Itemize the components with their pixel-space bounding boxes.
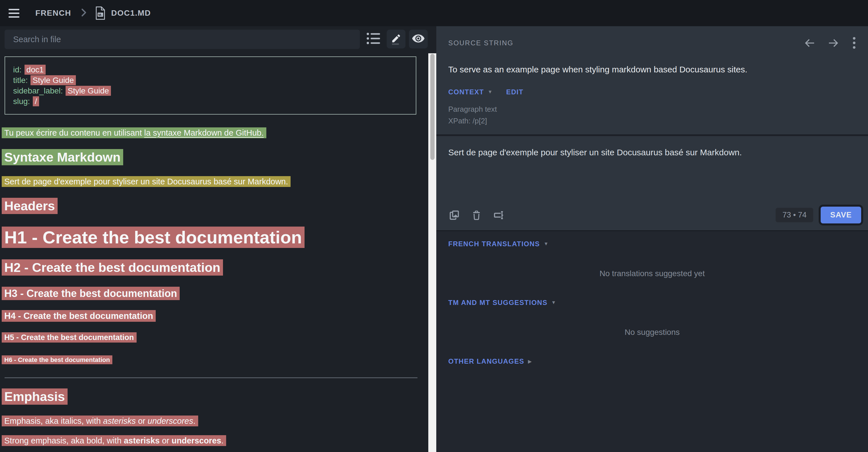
heading-h2: Syntaxe Markdown <box>2 149 424 166</box>
source-string[interactable]: Style Guide <box>66 86 111 96</box>
character-counter: 73 • 74 <box>776 208 813 222</box>
french-translations-toggle[interactable]: FRENCH TRANSLATIONS ▼ <box>448 240 868 248</box>
frontmatter-row: sidebar_label:Style Guide <box>13 86 410 96</box>
breadcrumb-file[interactable]: DOC1.MD <box>111 8 151 18</box>
source-string[interactable]: H4 - Create the best documentation <box>2 310 156 322</box>
frontmatter-key: title: <box>13 76 28 85</box>
source-string[interactable]: H5 - Create the best documentation <box>2 332 136 343</box>
source-string[interactable]: Strong emphasis, aka bold, with asterisk… <box>2 435 226 446</box>
paragraph: Emphasis, aka italics, with asterisks or… <box>2 415 424 427</box>
heading-h2: Headers <box>2 198 424 214</box>
scrollbar-thumb[interactable] <box>430 54 435 160</box>
next-string-icon[interactable] <box>828 38 839 49</box>
source-string[interactable]: Emphasis, aka italics, with asterisks or… <box>2 416 198 426</box>
translation-panel: SOURCE STRING To serve as an example pag… <box>436 26 868 452</box>
source-string[interactable]: H6 - Create the best documentation <box>2 355 112 364</box>
other-languages-toggle[interactable]: OTHER LANGUAGES ▶ <box>448 357 868 365</box>
frontmatter-key: sidebar_label: <box>13 86 63 95</box>
scrollbar[interactable] <box>428 53 436 452</box>
collapsed-triangle-icon: ▶ <box>528 358 532 364</box>
paragraph: Strong emphasis, aka bold, with asterisk… <box>2 435 424 447</box>
source-string-translated[interactable]: Syntaxe Markdown <box>2 149 123 165</box>
frontmatter-box: id:doc1 title:Style Guide sidebar_label:… <box>5 57 416 115</box>
source-string[interactable]: Style Guide <box>31 75 76 85</box>
preview-mode-button[interactable] <box>409 30 428 49</box>
horizontal-rule <box>5 377 417 378</box>
dropdown-triangle-icon: ▼ <box>551 300 556 305</box>
heading-h1: H1 - Create the best documentation <box>2 226 424 249</box>
frontmatter-row: slug:/ <box>13 96 410 106</box>
breadcrumb-chevron-icon <box>81 8 87 18</box>
source-string-label: SOURCE STRING <box>448 39 804 47</box>
source-string[interactable]: H2 - Create the best documentation <box>2 259 223 276</box>
previous-string-icon[interactable] <box>804 38 815 49</box>
edit-mode-icon <box>390 32 403 46</box>
source-string-selected[interactable]: Sert de page d'exemple pour styliser un … <box>2 176 290 187</box>
suggestions-section: FRENCH TRANSLATIONS ▼ No translations su… <box>436 232 868 452</box>
source-string-section: SOURCE STRING To serve as an example pag… <box>436 26 868 135</box>
source-string[interactable]: doc1 <box>25 65 46 75</box>
dropdown-triangle-icon: ▼ <box>488 89 492 95</box>
source-string[interactable]: H1 - Create the best documentation <box>2 227 305 248</box>
heading-h4: H4 - Create the best documentation <box>2 310 424 322</box>
kebab-menu-icon[interactable] <box>852 36 857 50</box>
text-cursor-icon[interactable] <box>493 209 505 221</box>
markdown-file-icon: M↓ <box>95 6 106 21</box>
delete-translation-icon[interactable] <box>471 209 482 221</box>
dropdown-triangle-icon: ▼ <box>544 241 548 247</box>
tm-mt-suggestions-toggle[interactable]: TM AND MT SUGGESTIONS ▼ <box>448 299 868 306</box>
source-string[interactable]: Headers <box>2 198 58 214</box>
frontmatter-row: id:doc1 <box>13 64 410 75</box>
copy-source-icon[interactable] <box>448 209 460 221</box>
translation-section: Sert de page d'exemple pour styliser un … <box>436 136 868 231</box>
no-suggestions-message: No suggestions <box>436 328 868 337</box>
source-string-translated[interactable]: Tu peux écrire du contenu en utilisant l… <box>2 127 266 138</box>
context-description: Paragraph text <box>448 103 857 115</box>
source-string[interactable]: / <box>33 96 39 106</box>
heading-h6: H6 - Create the best documentation <box>2 356 424 364</box>
source-text: To serve as an example page when styling… <box>448 65 857 74</box>
edit-mode-button[interactable] <box>387 30 405 49</box>
document-preview: id:doc1 title:Style Guide sidebar_label:… <box>2 57 424 447</box>
svg-text:M↓: M↓ <box>98 13 103 17</box>
no-translations-message: No translations suggested yet <box>436 269 868 278</box>
search-input[interactable] <box>5 30 360 49</box>
paragraph: Sert de page d'exemple pour styliser un … <box>2 176 424 188</box>
topbar: FRENCH M↓ DOC1.MD <box>0 0 868 26</box>
frontmatter-key: id: <box>13 65 22 74</box>
heading-h2: Emphasis <box>2 388 424 405</box>
preview-mode-icon <box>411 31 426 47</box>
source-string[interactable]: Emphasis <box>2 388 68 405</box>
context-xpath: XPath: /p[2] <box>448 115 857 127</box>
heading-h5: H5 - Create the best documentation <box>2 332 424 343</box>
paragraph: Tu peux écrire du contenu en utilisant l… <box>2 127 424 139</box>
save-button[interactable]: SAVE <box>821 206 861 223</box>
translation-input[interactable]: Sert de page d'exemple pour styliser un … <box>436 136 868 157</box>
link-text: la syntaxe Markdown de GitHub. <box>144 128 264 137</box>
edit-context-button[interactable]: EDIT <box>506 88 524 96</box>
heading-h3: H3 - Create the best documentation <box>2 287 424 300</box>
heading-h2: H2 - Create the best documentation <box>2 259 424 276</box>
context-toggle[interactable]: CONTEXT <box>448 88 484 96</box>
editor-panel: id:doc1 title:Style Guide sidebar_label:… <box>0 26 428 452</box>
strings-list-button[interactable] <box>364 30 383 49</box>
hamburger-menu-icon[interactable] <box>8 9 20 18</box>
source-string[interactable]: H3 - Create the best documentation <box>2 287 180 300</box>
frontmatter-key: slug: <box>13 97 30 106</box>
strings-list-icon <box>366 31 381 47</box>
frontmatter-row: title:Style Guide <box>13 75 410 86</box>
breadcrumb-project[interactable]: FRENCH <box>35 8 71 18</box>
